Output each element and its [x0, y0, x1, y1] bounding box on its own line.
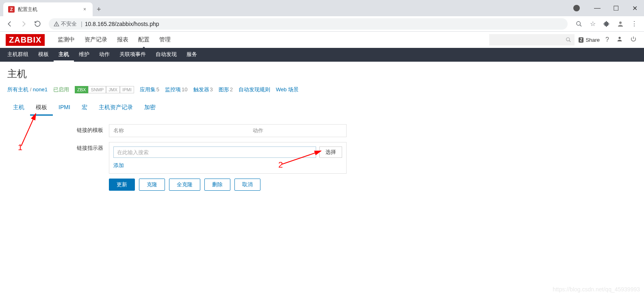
link-web-scenarios[interactable]: Web 场景	[276, 86, 299, 93]
watermark: https://blog.csdn.net/qq_45939993	[553, 286, 640, 293]
bookmark-star-icon[interactable]: ☆	[587, 18, 598, 30]
back-button[interactable]	[4, 18, 15, 30]
tab-host-inventory[interactable]: 主机资产记录	[93, 101, 139, 116]
th-action: 动作	[253, 127, 342, 134]
cancel-button[interactable]: 取消	[234, 179, 260, 191]
window-controls: — ☐ ✕	[573, 0, 644, 16]
breadcrumb-host[interactable]: none1	[33, 86, 48, 93]
tab-encryption[interactable]: 加密	[139, 101, 161, 116]
url-text: 10.8.165.28/zabbix/hosts.php	[85, 21, 159, 27]
subnav-services[interactable]: 服务	[182, 48, 202, 62]
enabled-status: 已启用	[53, 86, 69, 93]
breadcrumb: 所有主机 / none1 已启用 ZBX SNMP JMX IPMI 应用集5 …	[7, 86, 637, 93]
zabbix-logo[interactable]: ZABBIX	[6, 34, 45, 46]
form-tabs: 主机 模板 IPMI 宏 主机资产记录 加密	[7, 101, 637, 116]
breadcrumb-all-hosts[interactable]: 所有主机	[7, 86, 28, 93]
browser-toolbar: 不安全 | 10.8.165.28/zabbix/hosts.php ☆ ⋮	[0, 16, 644, 32]
badge-jmx: JMX	[106, 86, 120, 93]
subnav-templates[interactable]: 模板	[33, 48, 54, 62]
privacy-shield-icon[interactable]	[573, 5, 580, 11]
page-title: 主机	[7, 67, 637, 80]
subnav-maintenance[interactable]: 维护	[74, 48, 94, 62]
topnav-monitoring[interactable]: 监测中	[53, 32, 80, 47]
action-buttons: 更新 克隆 全克隆 删除 取消	[109, 179, 349, 191]
svg-point-1	[56, 25, 57, 26]
tab-title: 配置主机	[18, 6, 37, 13]
help-icon[interactable]: ?	[604, 34, 611, 45]
link-indicator-label: 链接指示器	[7, 142, 109, 152]
browser-tab[interactable]: Z 配置主机 ×	[3, 2, 93, 16]
browser-tab-bar: Z 配置主机 × + — ☐ ✕	[0, 0, 644, 16]
template-search-input[interactable]	[113, 146, 316, 158]
subnav-hosts[interactable]: 主机	[54, 48, 74, 62]
subnav-discovery[interactable]: 自动发现	[151, 48, 182, 62]
svg-line-3	[580, 25, 581, 26]
tab-ipmi[interactable]: IPMI	[53, 101, 76, 116]
svg-point-5	[566, 38, 570, 41]
page-content: 主机 所有主机 / none1 已启用 ZBX SNMP JMX IPMI 应用…	[0, 62, 644, 205]
topnav-reports[interactable]: 报表	[112, 32, 133, 47]
top-nav: 监测中 资产记录 报表 配置 管理	[53, 32, 176, 47]
sub-nav: 主机群组 模板 主机 维护 动作 关联项事件 自动发现 服务	[0, 48, 644, 62]
not-secure-warning: 不安全	[54, 20, 77, 28]
extensions-icon[interactable]	[601, 18, 612, 30]
svg-line-6	[569, 41, 571, 42]
badge-snmp: SNMP	[88, 86, 106, 93]
forward-button[interactable]	[18, 18, 29, 30]
maximize-icon[interactable]: ☐	[607, 2, 625, 14]
subnav-actions[interactable]: 动作	[94, 48, 115, 62]
search-icon	[566, 37, 571, 43]
tab-templates[interactable]: 模板	[30, 101, 53, 116]
topnav-inventory[interactable]: 资产记录	[80, 32, 112, 47]
topnav-configuration[interactable]: 配置	[133, 32, 154, 47]
tab-host[interactable]: 主机	[7, 101, 30, 116]
link-discovery-rules[interactable]: 自动发现规则	[239, 86, 270, 93]
link-items[interactable]: 监控项	[165, 86, 181, 93]
tab-macros[interactable]: 宏	[76, 101, 93, 116]
svg-point-7	[618, 37, 620, 39]
svg-point-4	[619, 22, 622, 24]
user-icon[interactable]	[615, 34, 624, 45]
badge-zbx: ZBX	[75, 86, 88, 93]
logout-icon[interactable]	[629, 34, 638, 45]
clone-button[interactable]: 克隆	[139, 179, 165, 191]
badge-ipmi: IPMI	[120, 86, 134, 93]
close-window-icon[interactable]: ✕	[625, 2, 644, 14]
minimize-icon[interactable]: —	[588, 2, 607, 14]
share-link[interactable]: Z Share	[579, 37, 600, 43]
topnav-administration[interactable]: 管理	[154, 32, 176, 47]
zabbix-favicon: Z	[8, 6, 15, 13]
update-button[interactable]: 更新	[109, 179, 135, 191]
reload-button[interactable]	[32, 18, 43, 30]
full-clone-button[interactable]: 全克隆	[169, 179, 200, 191]
link-applications[interactable]: 应用集	[140, 86, 156, 93]
zoom-icon[interactable]	[573, 18, 585, 30]
close-tab-icon[interactable]: ×	[82, 6, 88, 12]
profile-avatar-icon[interactable]	[615, 18, 626, 30]
subnav-correlation[interactable]: 关联项事件	[115, 48, 151, 62]
browser-menu-icon[interactable]: ⋮	[629, 18, 640, 30]
zabbix-header: ZABBIX 监测中 资产记录 报表 配置 管理 Z Share ?	[0, 32, 644, 48]
delete-button[interactable]: 删除	[204, 179, 230, 191]
global-search[interactable]	[489, 34, 575, 45]
address-bar[interactable]: 不安全 | 10.8.165.28/zabbix/hosts.php	[49, 18, 568, 30]
th-name: 名称	[113, 127, 253, 134]
svg-point-2	[577, 22, 580, 25]
add-link[interactable]: 添加	[113, 162, 124, 169]
select-button[interactable]: 选择	[319, 146, 342, 158]
interface-status: ZBX SNMP JMX IPMI	[75, 86, 134, 93]
share-badge-icon: Z	[579, 37, 583, 43]
new-tab-button[interactable]: +	[93, 2, 105, 16]
link-indicator-box: 选择 添加	[109, 142, 347, 174]
subnav-hostgroups[interactable]: 主机群组	[2, 48, 33, 62]
linked-templates-label: 链接的模板	[7, 124, 109, 134]
link-graphs[interactable]: 图形	[219, 86, 229, 93]
search-input[interactable]	[492, 37, 566, 43]
linked-templates-table: 名称 动作	[109, 124, 347, 137]
link-triggers[interactable]: 触发器	[193, 86, 209, 93]
